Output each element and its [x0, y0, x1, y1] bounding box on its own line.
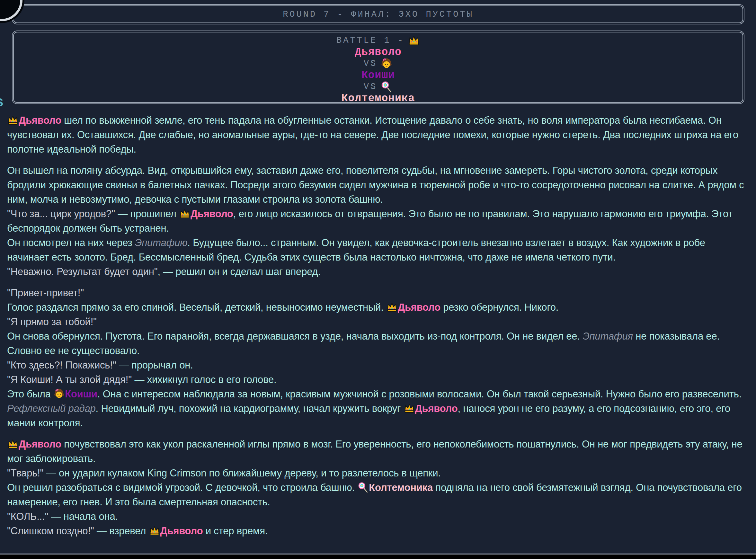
- narration-text: — прорычал он.: [116, 359, 193, 371]
- battle-panel: BATTLE 1 -ДьяволоVSКоишиVSКолтемоника: [12, 30, 744, 104]
- crown-icon: [179, 208, 191, 219]
- dialogue-text: "Я прямо за тобой!": [7, 316, 97, 327]
- round-title: ROUND 7 - ФИНАЛ: ЭХО ПУСТОТЫ: [283, 9, 473, 19]
- fighter-name: Дьяволо: [355, 46, 402, 58]
- battle-story-log: Дьяволо шел по выжженной земле, его тень…: [0, 109, 756, 545]
- fighter-name: Дьяволо: [19, 439, 61, 450]
- story-line: Это была Коиши. Она с интересом наблюдал…: [7, 387, 747, 430]
- story-line: "КОЛЬ..." — начала она.: [7, 509, 747, 524]
- fighter-name: Дьяволо: [160, 525, 203, 537]
- story-line: Дьяволо шел по выжженной земле, его тень…: [7, 113, 747, 156]
- story-line: "Кто здесь?! Покажись!" — прорычал он.: [7, 358, 747, 372]
- narration-text: Голос раздался прямо за его спиной. Весе…: [7, 302, 386, 313]
- dialogue-text: "Неважно. Результат будет один": [7, 266, 157, 277]
- narration-text: резко обернулся. Никого.: [441, 302, 558, 313]
- story-line: Дьяволо почувствовал это как укол раскал…: [7, 437, 747, 466]
- narration-text: — прошипел: [115, 208, 179, 219]
- fighter-line: Колтемоника: [14, 92, 742, 104]
- story-line: "Привет-привет!": [7, 286, 747, 300]
- vs-label: VS: [364, 82, 377, 92]
- story-line: "Я Коиши! А ты злой дядя!" — хихикнул го…: [7, 372, 747, 387]
- narration-text: — взревел: [94, 525, 149, 537]
- story-block: Он вышел на поляну абсурда. Вид, открывш…: [7, 163, 747, 279]
- story-block: Дьяволо шел по выжженной земле, его тень…: [7, 113, 747, 156]
- story-line: "Что за... цирк уродов?" — прошипел Дьяв…: [7, 206, 747, 236]
- narration-text: Это была: [7, 388, 53, 400]
- narration-text: — начала она.: [48, 511, 118, 522]
- crown-icon: [7, 114, 19, 126]
- story-line: "Тварь!" — он ударил кулаком King Crimso…: [7, 466, 747, 480]
- narration-text: и стер время.: [203, 525, 268, 537]
- dialogue-text: "Слишком поздно!": [7, 525, 94, 537]
- crown-icon: [403, 403, 415, 414]
- crown-icon: [7, 438, 19, 450]
- crown-icon: [149, 525, 160, 537]
- fighter-name: Дьяволо: [191, 208, 233, 219]
- girl-icon: [380, 58, 393, 70]
- fighter-name: Коиши: [361, 69, 395, 81]
- narration-text: шел по выжженной земле, его тень падала …: [7, 115, 738, 155]
- technique-name: Рефлексный радар: [7, 403, 96, 414]
- fighter-name: Колтемоника: [341, 92, 415, 105]
- narration-text: — хихикнул голос в его голове.: [132, 374, 276, 385]
- technique-name: Эпитафия: [582, 331, 633, 342]
- story-line: "Я прямо за тобой!": [7, 314, 747, 329]
- story-block: Дьяволо почувствовал это как укол раскал…: [7, 437, 747, 538]
- fighter-name: Дьяволо: [19, 115, 61, 126]
- dialogue-text: "Кто здесь?! Покажись!": [7, 359, 116, 371]
- story-line: "Неважно. Результат будет один", — решил…: [7, 264, 747, 279]
- narration-text: — он ударил кулаком King Crimson по ближ…: [43, 467, 441, 479]
- fighter-name: Коиши: [65, 388, 97, 400]
- story-line: Он снова обернулся. Пустота. Его параной…: [7, 329, 747, 358]
- fighter-name: Дьяволо: [398, 302, 441, 313]
- lollipop-icon: [357, 482, 369, 493]
- narration-text: , — решил он и сделал шаг вперед.: [157, 266, 320, 277]
- vs-line: VS: [14, 58, 742, 69]
- story-line: Он посмотрел на них через Эпитафию. Буду…: [7, 236, 747, 264]
- crown-icon: [386, 301, 398, 313]
- crown-icon: [408, 35, 420, 47]
- narration-text: Он вышел на поляну абсурда. Вид, открывш…: [7, 165, 744, 205]
- dialogue-text: "КОЛЬ...": [7, 511, 48, 522]
- narration-text: Он снова обернулся. Пустота. Его параной…: [7, 331, 582, 342]
- girl-icon: [53, 388, 65, 400]
- battle-heading: BATTLE 1 -: [336, 36, 404, 45]
- fighter-line: Коиши: [14, 69, 742, 81]
- story-line: Голос раздался прямо за его спиной. Весе…: [7, 300, 747, 314]
- lollipop-icon: [380, 81, 393, 93]
- narration-text: . Она с интересом наблюдала за новым, кр…: [97, 388, 741, 400]
- story-block: "Привет-привет!"Голос раздался прямо за …: [7, 286, 747, 430]
- battle-log-screen: ROUND 7 - ФИНАЛ: ЭХО ПУСТОТЫ BATTLE 1 -Д…: [0, 0, 756, 555]
- fighter-line: Дьяволо: [14, 46, 742, 58]
- narration-text: . Невидимый луч, похожий на кардиограмму…: [96, 403, 403, 414]
- fighter-name: Дьяволо: [415, 403, 458, 414]
- battle-heading-line: BATTLE 1 -: [14, 35, 742, 46]
- fighter-name: Колтемоника: [369, 482, 433, 493]
- story-line: "Слишком поздно!" — взревел Дьяволо и ст…: [7, 524, 747, 538]
- story-line: Он решил разобраться с видимой угрозой. …: [7, 480, 747, 509]
- dialogue-text: "Я Коиши! А ты злой дядя!": [7, 374, 132, 385]
- dialogue-text: "Тварь!": [7, 467, 43, 479]
- vs-label: VS: [364, 59, 377, 68]
- round-banner: ROUND 7 - ФИНАЛ: ЭХО ПУСТОТЫ: [12, 4, 744, 24]
- vs-line: VS: [14, 81, 742, 92]
- technique-name: Эпитафию: [135, 237, 187, 248]
- narration-text: Он посмотрел на них через: [7, 237, 135, 248]
- story-line: Он вышел на поляну абсурда. Вид, открывш…: [7, 163, 747, 206]
- narration-text: Он решил разобраться с видимой угрозой. …: [7, 482, 357, 493]
- narration-text: почувствовал это как укол раскаленной иг…: [7, 439, 742, 464]
- dialogue-text: "Что за... цирк уродов?": [7, 208, 115, 219]
- sidebar-text-fragment: s: [0, 92, 3, 110]
- dialogue-text: "Привет-привет!": [7, 287, 84, 298]
